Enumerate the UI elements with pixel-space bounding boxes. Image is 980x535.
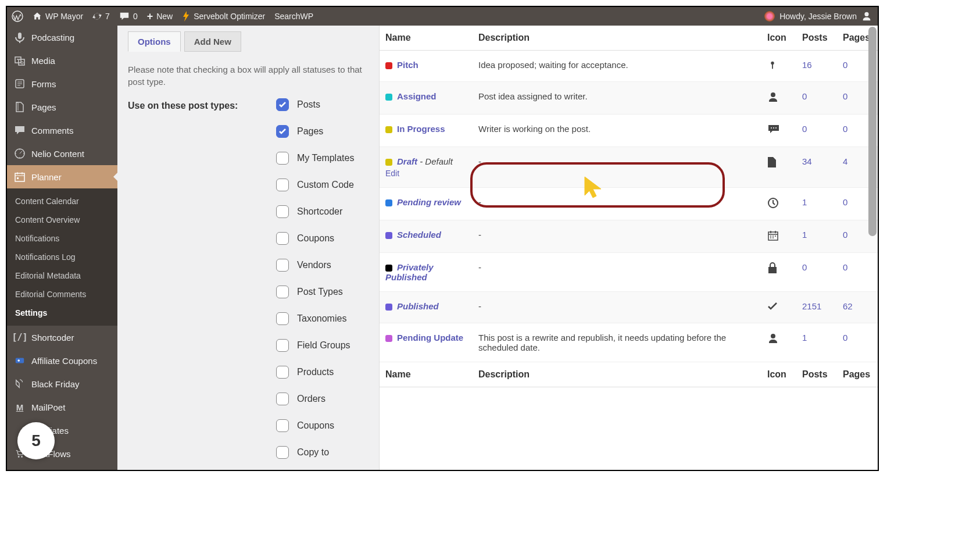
posts-count[interactable]: 1 <box>802 333 807 343</box>
th-posts[interactable]: Posts <box>796 26 837 51</box>
pages-count[interactable]: 0 <box>843 91 847 101</box>
scrollbar[interactable] <box>868 27 877 236</box>
pages-count[interactable]: 0 <box>843 60 847 70</box>
tf-posts[interactable]: Posts <box>796 362 837 387</box>
submenu-editorial-comments[interactable]: Editorial Comments <box>7 285 117 304</box>
th-name[interactable]: Name <box>380 26 473 51</box>
post-type-row[interactable]: Shortcoder <box>276 205 369 218</box>
post-type-row[interactable]: Coupons <box>276 419 369 432</box>
status-row[interactable]: Scheduled - 1 0 <box>380 220 878 253</box>
pages-count[interactable]: 0 <box>843 124 847 134</box>
status-name-link[interactable]: Pitch <box>397 60 419 70</box>
menu-pages[interactable]: Pages <box>7 95 117 119</box>
checkbox[interactable] <box>276 232 289 245</box>
checkbox[interactable] <box>276 446 289 459</box>
tf-description[interactable]: Description <box>473 362 761 387</box>
post-type-row[interactable]: Products <box>276 366 369 379</box>
status-row[interactable]: Draft - DefaultEdit - 34 4 <box>380 147 878 188</box>
updates[interactable]: 7 <box>88 7 115 26</box>
menu-shortcoder[interactable]: [/]Shortcoder <box>7 326 117 349</box>
checkbox[interactable] <box>276 393 289 405</box>
posts-count[interactable]: 1 <box>802 197 807 207</box>
post-type-row[interactable]: Coupons <box>276 232 369 245</box>
pages-count[interactable]: 0 <box>843 197 847 207</box>
th-description[interactable]: Description <box>473 26 761 51</box>
menu-mailpoet[interactable]: MMailPoet <box>7 395 117 419</box>
status-row[interactable]: Pending review - 1 0 <box>380 188 878 220</box>
pages-count[interactable]: 0 <box>843 230 847 240</box>
post-type-row[interactable]: Copy to <box>276 446 369 459</box>
status-row[interactable]: Assigned Post idea assigned to writer. 0… <box>380 82 878 115</box>
status-row[interactable]: In Progress Writer is working on the pos… <box>380 115 878 147</box>
checkbox[interactable] <box>276 419 289 432</box>
comments-count[interactable]: 0 <box>115 7 142 26</box>
status-name-link[interactable]: Assigned <box>397 91 437 101</box>
checkbox[interactable] <box>276 125 289 138</box>
status-name-link[interactable]: Published <box>397 301 439 311</box>
avatar-small[interactable] <box>764 11 775 22</box>
post-type-row[interactable]: Field Groups <box>276 339 369 352</box>
submenu-notifications[interactable]: Notifications <box>7 229 117 248</box>
pages-count[interactable]: 0 <box>843 262 847 272</box>
menu-black-friday[interactable]: Black Friday <box>7 372 117 395</box>
checkbox[interactable] <box>276 339 289 352</box>
pages-count[interactable]: 62 <box>843 301 853 311</box>
status-row[interactable]: Privately Published - 0 0 <box>380 253 878 292</box>
posts-count[interactable]: 34 <box>802 156 812 166</box>
checkbox[interactable] <box>276 152 289 165</box>
checkbox[interactable] <box>276 259 289 272</box>
submenu-notifications-log[interactable]: Notifications Log <box>7 248 117 266</box>
status-name-link[interactable]: Privately Published <box>385 262 434 282</box>
tf-name[interactable]: Name <box>380 362 473 387</box>
posts-count[interactable]: 2151 <box>802 301 821 311</box>
tf-icon[interactable]: Icon <box>761 362 796 387</box>
submenu-editorial-metadata[interactable]: Editorial Metadata <box>7 266 117 285</box>
pages-count[interactable]: 4 <box>843 156 847 166</box>
submenu-content-overview[interactable]: Content Overview <box>7 211 117 229</box>
posts-count[interactable]: 1 <box>802 230 807 240</box>
edit-link[interactable]: Edit <box>385 169 399 178</box>
post-type-row[interactable]: Pages <box>276 125 369 138</box>
posts-count[interactable]: 0 <box>802 91 807 101</box>
menu-forms[interactable]: Forms <box>7 72 117 95</box>
status-row[interactable]: Pitch Idea proposed; waiting for accepta… <box>380 51 878 82</box>
post-type-row[interactable]: My Templates <box>276 152 369 165</box>
servebolt[interactable]: Servebolt Optimizer <box>177 7 270 26</box>
status-row[interactable]: Pending Update This post is a rewrite an… <box>380 323 878 362</box>
posts-count[interactable]: 16 <box>802 60 812 70</box>
checkbox[interactable] <box>276 286 289 298</box>
post-type-row[interactable]: Post Types <box>276 286 369 298</box>
tf-pages[interactable]: Pages <box>837 362 878 387</box>
status-name-link[interactable]: Draft <box>397 156 417 166</box>
post-type-row[interactable]: Posts <box>276 98 369 111</box>
checkbox[interactable] <box>276 312 289 325</box>
status-name-link[interactable]: In Progress <box>397 124 445 134</box>
status-name-link[interactable]: Scheduled <box>397 230 441 240</box>
new-content[interactable]: + New <box>142 7 178 26</box>
menu-nelio[interactable]: Nelio Content <box>7 142 117 165</box>
tab-options[interactable]: Options <box>128 31 181 52</box>
post-type-row[interactable]: Vendors <box>276 259 369 272</box>
wp-logo[interactable] <box>7 7 28 26</box>
menu-comments[interactable]: Comments <box>7 119 117 142</box>
menu-affiliate-coupons[interactable]: Affiliate Coupons <box>7 349 117 372</box>
post-type-row[interactable]: Custom Code <box>276 179 369 191</box>
checkbox[interactable] <box>276 98 289 111</box>
submenu-settings[interactable]: Settings <box>7 304 117 322</box>
status-name-link[interactable]: Pending review <box>397 197 461 207</box>
checkbox[interactable] <box>276 179 289 191</box>
menu-planner[interactable]: Planner <box>7 165 117 188</box>
menu-podcasting[interactable]: Podcasting <box>7 26 117 49</box>
post-type-row[interactable]: Orders <box>276 393 369 405</box>
submenu-content-calendar[interactable]: Content Calendar <box>7 192 117 211</box>
status-row[interactable]: Published - 2151 62 <box>380 292 878 323</box>
searchwp[interactable]: SearchWP <box>270 7 318 26</box>
tab-add-new[interactable]: Add New <box>184 31 241 52</box>
status-name-link[interactable]: Pending Update <box>397 333 463 343</box>
pages-count[interactable]: 0 <box>843 333 847 343</box>
howdy[interactable]: Howdy, Jessie Brown <box>779 12 857 21</box>
site-name[interactable]: WP Mayor <box>28 7 88 26</box>
posts-count[interactable]: 0 <box>802 262 807 272</box>
menu-media[interactable]: Media <box>7 49 117 72</box>
th-icon[interactable]: Icon <box>761 26 796 51</box>
